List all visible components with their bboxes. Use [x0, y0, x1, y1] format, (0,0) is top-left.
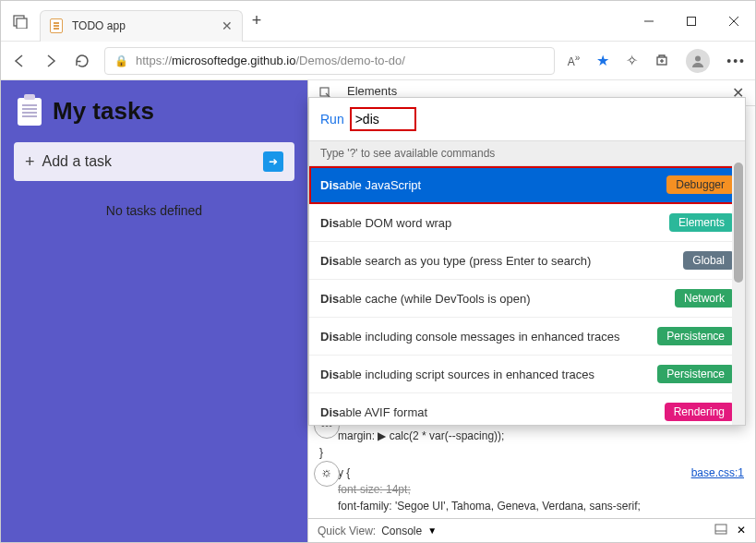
- command-item[interactable]: Disable including script sources in enha…: [309, 356, 745, 393]
- close-drawer-icon[interactable]: ✕: [737, 524, 746, 537]
- command-item[interactable]: Disable JavaScriptDebugger: [309, 166, 745, 204]
- todo-app: My tasks + Add a task ➜ No tasks defined: [1, 80, 307, 542]
- svg-rect-11: [715, 525, 726, 534]
- maximize-button[interactable]: [670, 6, 713, 36]
- minimize-button[interactable]: [628, 6, 670, 36]
- command-hint: Type '?' to see available commands: [309, 140, 745, 166]
- command-item[interactable]: Disable AVIF formatRendering: [309, 393, 745, 425]
- clipboard-icon: [18, 98, 42, 126]
- svg-rect-1: [17, 18, 27, 29]
- tab-title: TODO app: [72, 19, 212, 32]
- command-input-highlight: [350, 107, 416, 131]
- browser-tab[interactable]: TODO app ✕: [40, 10, 243, 42]
- command-item[interactable]: Disable cache (while DevTools is open)Ne…: [309, 280, 745, 318]
- quick-view-tab[interactable]: Console: [381, 525, 422, 537]
- collections-icon[interactable]: [654, 52, 669, 70]
- profile-avatar[interactable]: [686, 49, 710, 73]
- svg-rect-3: [688, 17, 696, 25]
- command-input-row: Run: [309, 98, 745, 140]
- quick-view-bar: Quick View: Console ▼ ✕: [308, 518, 755, 542]
- command-list: Disable JavaScriptDebuggerDisable DOM wo…: [309, 166, 745, 425]
- command-item-label: Disable AVIF format: [320, 405, 427, 419]
- more-menu-icon[interactable]: •••: [726, 54, 746, 68]
- browser-toolbar: 🔒 https://microsoftedge.github.io/Demos/…: [1, 42, 755, 80]
- svg-point-9: [695, 55, 701, 61]
- app-header: My tasks: [14, 93, 294, 129]
- window-controls: [628, 6, 755, 36]
- command-item[interactable]: Disable search as you type (press Enter …: [309, 242, 745, 280]
- code-margin: margin: ▶ calc(2 * var(--spacing));: [338, 429, 504, 442]
- new-tab-button[interactable]: +: [243, 11, 270, 30]
- code-font-family: font-family: 'Segoe UI', Tahoma, Geneva,…: [319, 498, 744, 514]
- favorite-icon[interactable]: ★: [596, 52, 609, 69]
- command-item-badge: Debugger: [666, 175, 734, 194]
- settings-round-button[interactable]: ⛭: [314, 461, 340, 487]
- quick-view-label: Quick View:: [318, 525, 376, 537]
- submit-task-button[interactable]: ➜: [263, 151, 283, 172]
- page-title: My tasks: [53, 97, 154, 126]
- lock-icon: 🔒: [114, 54, 128, 67]
- refresh-button[interactable]: [73, 52, 91, 70]
- add-task-input[interactable]: + Add a task ➜: [14, 142, 294, 181]
- drawer-dock-icon[interactable]: [714, 524, 727, 537]
- command-item-badge: Global: [683, 251, 734, 270]
- devtools-panel: Elements ✕ Run Type '?' to see available…: [307, 80, 755, 542]
- command-item-badge: Persistence: [657, 327, 734, 345]
- code-font-size: font-size: 14pt;: [319, 481, 744, 498]
- command-item-label: Disable including console messages in en…: [320, 330, 619, 344]
- close-window-button[interactable]: [713, 6, 755, 36]
- address-bar[interactable]: 🔒 https://microsoftedge.github.io/Demos/…: [104, 47, 555, 75]
- command-item-label: Disable search as you type (press Enter …: [320, 254, 591, 268]
- read-aloud-icon[interactable]: A»: [568, 53, 581, 68]
- command-item-badge: Rendering: [665, 403, 734, 421]
- command-item-badge: Elements: [669, 213, 734, 232]
- command-item-label: Disable DOM word wrap: [320, 216, 451, 230]
- chevron-down-icon[interactable]: ▼: [427, 525, 437, 536]
- command-item-badge: Persistence: [657, 365, 734, 383]
- command-item-label: Disable cache (while DevTools is open): [320, 292, 531, 306]
- favorites-bar-icon[interactable]: ✧: [626, 52, 638, 69]
- url-text: https://microsoftedge.github.io/Demos/de…: [136, 54, 405, 67]
- styles-pane[interactable]: margin: ▶ calc(2 * var(--spacing)); } bo…: [308, 420, 755, 518]
- scrollbar[interactable]: [732, 163, 745, 425]
- empty-state: No tasks defined: [14, 203, 294, 218]
- scrollbar-thumb[interactable]: [734, 163, 743, 283]
- command-item-label: Disable JavaScript: [320, 178, 421, 192]
- command-item-label: Disable including script sources in enha…: [320, 368, 594, 381]
- close-tab-icon[interactable]: ✕: [222, 18, 233, 33]
- command-input[interactable]: [355, 112, 411, 127]
- plus-icon: +: [25, 152, 35, 172]
- forward-button[interactable]: [42, 52, 60, 70]
- command-item-badge: Network: [675, 289, 734, 308]
- content-area: My tasks + Add a task ➜ No tasks defined…: [1, 80, 755, 542]
- back-button[interactable]: [10, 52, 29, 70]
- source-link[interactable]: base.css:1: [691, 465, 744, 481]
- command-menu: Run Type '?' to see available commands D…: [308, 97, 746, 426]
- tab-actions-icon: [13, 14, 28, 29]
- favicon-icon: [50, 18, 63, 33]
- command-item[interactable]: Disable DOM word wrapElements: [309, 204, 745, 242]
- command-item[interactable]: Disable including console messages in en…: [309, 318, 745, 356]
- command-run-label: Run: [320, 112, 344, 127]
- add-task-label: Add a task: [42, 153, 113, 170]
- browser-titlebar: TODO app ✕ +: [1, 1, 755, 42]
- tab-strip-icon[interactable]: [1, 14, 40, 29]
